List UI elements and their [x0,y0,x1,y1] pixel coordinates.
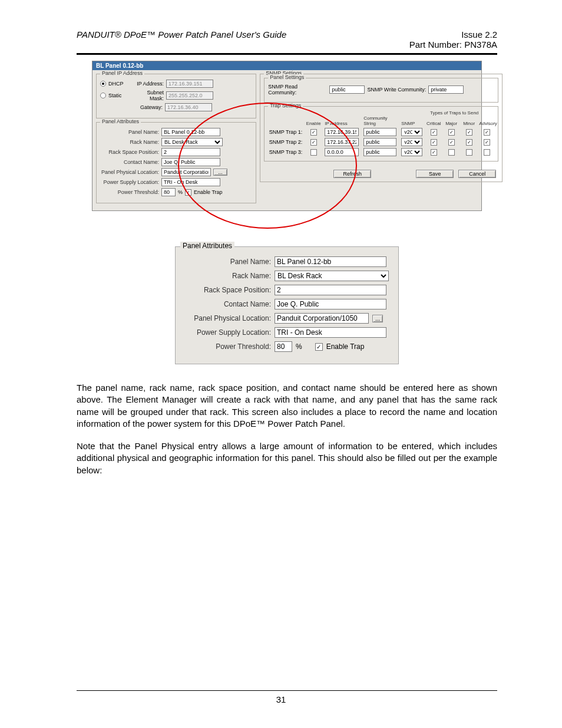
trap-snmp-select[interactable]: v2C [401,128,422,136]
trap-enable-checkbox[interactable] [310,139,317,146]
pthresh-label: Power Threshold: [100,189,159,195]
header-left: PANDUIT® DPoE™ Power Patch Panel User's … [77,29,286,50]
ps-loc-input[interactable] [161,178,220,186]
col-minor: Minor [461,121,477,126]
zoom-panel-name-input[interactable] [275,256,386,267]
zoom-phys-loc-input[interactable] [275,313,369,324]
config-window: BL Panel 0.12-bb Panel IP Address DHCP I… [92,61,482,211]
col-critical: Critical [426,121,441,126]
panel-name-input[interactable] [161,128,220,136]
col-advisory: Advisory [479,121,494,126]
zoom-phys-loc-label: Panel Physical Location: [183,314,271,322]
trap-settings-fieldset: Trap Settings Types of Traps to Send Ena… [264,106,498,162]
phys-loc-input[interactable] [161,168,211,176]
col-major: Major [444,121,459,126]
zoom-rack-space-label: Rack Space Position: [183,286,271,294]
trap-row: SNMP Trap 3:v2C [268,148,494,156]
read-comm-input[interactable] [329,85,365,94]
trap-settings-legend: Trap Settings [268,103,303,108]
write-comm-label: SNMP Write Community: [367,87,426,93]
rack-space-input[interactable] [161,148,220,156]
trap-enable-checkbox[interactable] [310,129,317,136]
body-paragraph-2: Note that the Panel Physical entry allow… [77,440,497,476]
zoom-legend: Panel Attributes [180,242,234,250]
dhcp-radio[interactable] [100,81,106,87]
zoom-panel-name-label: Panel Name: [183,258,271,266]
trap-ip-input[interactable] [325,148,359,156]
snmp-settings-fieldset: SNMP Settings Panel Settings SNMP Read C… [260,74,503,182]
pthresh-unit: % [178,189,183,195]
zoom-pthresh-input[interactable] [275,341,292,352]
trap-flag-checkbox[interactable] [448,149,455,156]
trap-comm-input[interactable] [363,148,396,156]
rack-name-select[interactable]: BL Desk Rack [161,138,223,146]
page-number: 31 [35,694,527,704]
trap-row-label: SNMP Trap 3: [268,149,302,155]
subnet-input[interactable] [166,91,213,100]
cancel-button[interactable]: Cancel [458,170,496,178]
trap-comm-input[interactable] [363,138,396,146]
col-snmp: SNMP [401,121,424,126]
zoom-contact-input[interactable] [275,299,386,309]
contact-input[interactable] [161,158,220,166]
zoom-enable-trap-checkbox[interactable] [315,343,323,351]
trap-comm-input[interactable] [363,128,396,136]
window-titlebar: BL Panel 0.12-bb [92,61,481,70]
trap-flag-checkbox[interactable] [448,129,455,136]
trap-ip-input[interactable] [325,128,359,136]
static-label: Static [108,93,132,98]
footer-rule [77,690,497,691]
gateway-label: Gateway: [133,104,163,110]
zoom-pthresh-label: Power Threshold: [183,342,271,351]
trap-snmp-select[interactable]: v2C [401,138,422,146]
rack-space-label: Rack Space Position: [100,149,159,155]
panel-attributes-legend: Panel Attributes [100,118,141,124]
header-rule [77,53,497,55]
trap-flag-checkbox[interactable] [431,149,437,156]
trap-flag-checkbox[interactable] [431,139,437,146]
zoom-ps-loc-label: Power Supply Location: [183,328,271,337]
refresh-button[interactable]: Refresh [333,170,371,178]
header-partnum: Part Number: PN378A [409,39,497,50]
trap-enable-checkbox[interactable] [310,149,317,156]
header-issue: Issue 2.2 [409,29,497,39]
col-enable: Enable [305,121,322,126]
enable-trap-checkbox[interactable] [185,189,191,196]
panel-ip-fieldset: Panel IP Address DHCP IP Address: Static… [96,74,256,118]
trap-flag-checkbox[interactable] [484,139,490,146]
write-comm-input[interactable] [428,85,464,94]
zoom-ps-loc-input[interactable] [275,327,386,338]
trap-flag-checkbox[interactable] [466,129,472,136]
zoom-enable-trap-label: Enable Trap [326,342,365,351]
trap-flag-checkbox[interactable] [431,129,437,136]
col-comm: Community String [363,116,399,126]
trap-flag-checkbox[interactable] [484,149,490,156]
static-radio[interactable] [100,93,106,98]
trap-ip-input[interactable] [325,138,359,146]
trap-row-label: SNMP Trap 2: [268,139,302,145]
zoom-phys-loc-more-button[interactable]: ... [372,315,383,322]
gateway-input[interactable] [165,103,212,111]
zoom-rack-name-label: Rack Name: [183,272,271,280]
trap-flag-checkbox[interactable] [448,139,455,146]
trap-flag-checkbox[interactable] [466,149,472,156]
trap-row-label: SNMP Trap 1: [268,129,302,135]
pthresh-input[interactable] [161,188,176,196]
trap-flag-checkbox[interactable] [466,139,472,146]
dhcp-label: DHCP [108,81,132,87]
zoom-rack-name-select[interactable]: BL Desk Rack [275,271,389,281]
zoom-panel-attributes: Panel Attributes Panel Name: Rack Name: … [175,246,399,364]
trap-row: SNMP Trap 2:v2C [268,138,494,146]
save-button[interactable]: Save [416,170,454,178]
zoom-rack-space-input[interactable] [275,285,386,295]
col-ip: IP Address [325,121,361,126]
enable-trap-label: Enable Trap [194,189,223,195]
phys-loc-more-button[interactable]: ... [213,169,227,176]
trap-snmp-select[interactable]: v2C [401,148,422,156]
zoom-pthresh-unit: % [296,342,302,351]
panel-name-label: Panel Name: [100,129,159,135]
trap-types-label: Types of Traps to Send [414,110,494,116]
panel-settings-fieldset: Panel Settings SNMP Read Community: SNMP… [264,78,498,103]
ip-address-input[interactable] [166,80,213,88]
trap-flag-checkbox[interactable] [484,129,490,136]
